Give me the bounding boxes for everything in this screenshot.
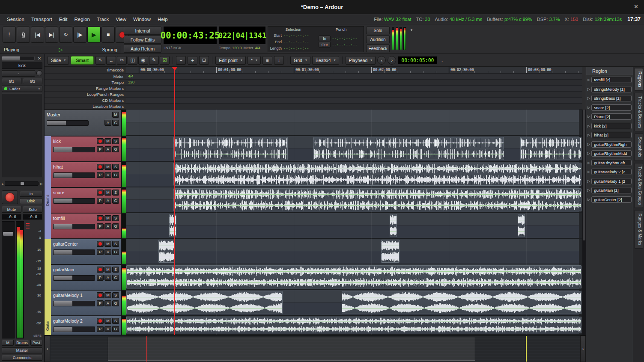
playlist-button[interactable]: P <box>97 223 104 229</box>
side-tab-tracks-busses[interactable]: Tracks & Busses <box>634 93 643 132</box>
timecode-clock[interactable]: 00:00:43:25 <box>163 26 217 45</box>
zoom-fit-button[interactable]: ⊡ <box>199 56 209 65</box>
record-arm-button[interactable] <box>97 215 104 221</box>
draw-tool[interactable]: ✎ <box>149 56 159 65</box>
menu-help[interactable]: Help <box>154 17 171 22</box>
group-button[interactable]: G <box>112 146 119 152</box>
audio-region[interactable] <box>520 137 581 160</box>
edit-mode-combo[interactable]: Slide <box>48 56 69 65</box>
meter-options-dropdown[interactable]: ▾ <box>408 27 414 33</box>
input-monitor-button[interactable]: In <box>20 191 42 197</box>
pan-handle[interactable] <box>21 182 24 185</box>
track-solo-button[interactable]: S <box>112 164 119 170</box>
track-mute-button[interactable]: M <box>104 267 111 273</box>
editor-mixer-mini-fader[interactable] <box>2 56 35 61</box>
audition-button[interactable]: Audition <box>366 36 390 43</box>
group-button[interactable]: G <box>112 223 119 229</box>
track-lane-hihat[interactable] <box>126 162 582 187</box>
peak-display[interactable]: -0.0 <box>23 214 42 220</box>
track-lane-guitarmelody-2[interactable] <box>126 316 582 335</box>
region-expander-icon[interactable]: ▷ <box>587 161 590 165</box>
track-header-master[interactable]: MasterMAG <box>45 110 121 136</box>
punch-out-button[interactable]: Out <box>319 42 331 47</box>
bbt-clock[interactable]: 022|04|1341 <box>219 26 266 45</box>
smart-mode-button[interactable]: Smart <box>71 56 94 65</box>
track-mute-button[interactable]: M <box>104 292 111 298</box>
region-expander-icon[interactable]: ▷ <box>587 151 590 155</box>
ruler-label-tempo[interactable]: Tempo <box>111 80 124 85</box>
record-arm-button[interactable] <box>97 164 104 170</box>
track-gain-fader[interactable] <box>47 120 89 126</box>
track-gain-fader[interactable] <box>53 172 95 178</box>
region-expander-icon[interactable]: ▷ <box>587 133 590 137</box>
follow-edits-button[interactable]: Follow Edits <box>124 36 161 44</box>
ruler-label-range-markers[interactable]: Range Markers <box>96 86 124 91</box>
group-button[interactable]: G <box>112 172 119 178</box>
zoom-in-button[interactable]: + <box>188 56 197 65</box>
group-label-drums[interactable]: Drums <box>45 195 50 206</box>
audio-region[interactable] <box>173 163 581 186</box>
track-solo-button[interactable]: S <box>112 190 119 196</box>
record-arm-button[interactable] <box>97 190 104 196</box>
playlist-button[interactable]: P <box>97 146 104 152</box>
side-tab-track-bus-groups[interactable]: Track & Bus Groups <box>634 163 643 208</box>
ruler-label-meter[interactable]: Meter <box>113 74 124 79</box>
track-expand-button[interactable]: ↕ <box>274 56 284 65</box>
ruler-label-loop-punch-ranges[interactable]: Loop/Punch Ranges <box>87 92 124 97</box>
region-list-item[interactable]: ▷hihat [2] <box>586 131 633 140</box>
track-gain-fader[interactable] <box>53 275 95 281</box>
region-expander-icon[interactable]: ▷ <box>587 179 590 183</box>
ruler-label-location-markers[interactable]: Location Markers <box>92 104 124 109</box>
region-list-item[interactable]: ▷snare [2] <box>586 103 633 113</box>
stretch-tool[interactable]: ◫ <box>128 56 137 65</box>
playlist-button[interactable]: P <box>97 249 104 255</box>
region-list-item[interactable]: ▷guitarCenter [2] <box>586 195 633 205</box>
group-tab-drums[interactable] <box>45 213 51 239</box>
playlist-button[interactable]: P <box>97 198 104 204</box>
automation-button[interactable]: A <box>104 275 111 281</box>
region-expander-icon[interactable]: ▷ <box>587 198 590 202</box>
audio-region[interactable] <box>173 188 581 211</box>
audio-region[interactable] <box>173 137 288 160</box>
playlist-button[interactable]: P <box>97 300 104 306</box>
track-gain-fader[interactable] <box>53 224 95 229</box>
menu-track[interactable]: Track <box>93 17 112 22</box>
audio-region[interactable] <box>390 214 397 237</box>
region-expander-icon[interactable]: ▷ <box>587 96 590 100</box>
track-header-snare[interactable]: snareMSPAG <box>51 187 121 213</box>
audio-region[interactable] <box>313 137 504 160</box>
region-list-item[interactable]: ▷guitarMain [2] <box>586 186 633 195</box>
gain-display[interactable]: -0.0 <box>2 214 21 220</box>
menu-window[interactable]: Window <box>130 17 154 22</box>
edit-point-combo[interactable]: Edit point <box>215 56 246 65</box>
strip-mute-button[interactable]: Mute <box>2 206 21 213</box>
track-header-hihat[interactable]: hihatMSPAG <box>51 162 121 187</box>
track-gain-fader[interactable] <box>53 198 95 204</box>
group-tab-guitar[interactable] <box>45 239 51 264</box>
zoom-out-button[interactable]: − <box>176 56 186 65</box>
automation-button[interactable]: A <box>104 198 111 204</box>
region-list-header[interactable]: Region <box>586 67 633 75</box>
group-button[interactable]: G <box>112 249 119 255</box>
menu-region[interactable]: Region <box>71 17 93 22</box>
nudge-clock[interactable]: 00:00:05:00 <box>398 56 437 65</box>
region-list-item[interactable]: ▷guitarRhythmLeft <box>586 158 633 168</box>
region-list-item[interactable]: ▷kick [2] <box>586 122 633 131</box>
vertical-scrollbar[interactable] <box>582 110 586 335</box>
automation-button[interactable]: A <box>104 172 111 178</box>
side-tab-ranges-marks[interactable]: Ranges & Marks <box>634 210 643 249</box>
region-list-item[interactable]: ▷guitarMelody 2 [2 <box>586 167 633 177</box>
track-lane-guitarmain[interactable] <box>126 264 582 290</box>
summary-view-rectangle[interactable] <box>108 337 475 361</box>
track-lane-snare[interactable] <box>126 187 582 213</box>
nudge-clock-dropdown[interactable]: ⌄ <box>439 57 445 64</box>
audio-region[interactable] <box>169 214 176 237</box>
summary-overview[interactable] <box>51 336 580 362</box>
track-solo-button[interactable]: S <box>112 318 119 324</box>
region-expander-icon[interactable]: ▷ <box>587 142 590 146</box>
group-tab-guitar[interactable]: Guitar <box>45 316 51 335</box>
region-list-item[interactable]: ▷guitarRhythmMidd <box>586 149 633 158</box>
trim-knob[interactable] <box>36 70 42 76</box>
group-button[interactable]: G <box>112 300 119 306</box>
track-mute-button[interactable]: M <box>112 112 119 118</box>
